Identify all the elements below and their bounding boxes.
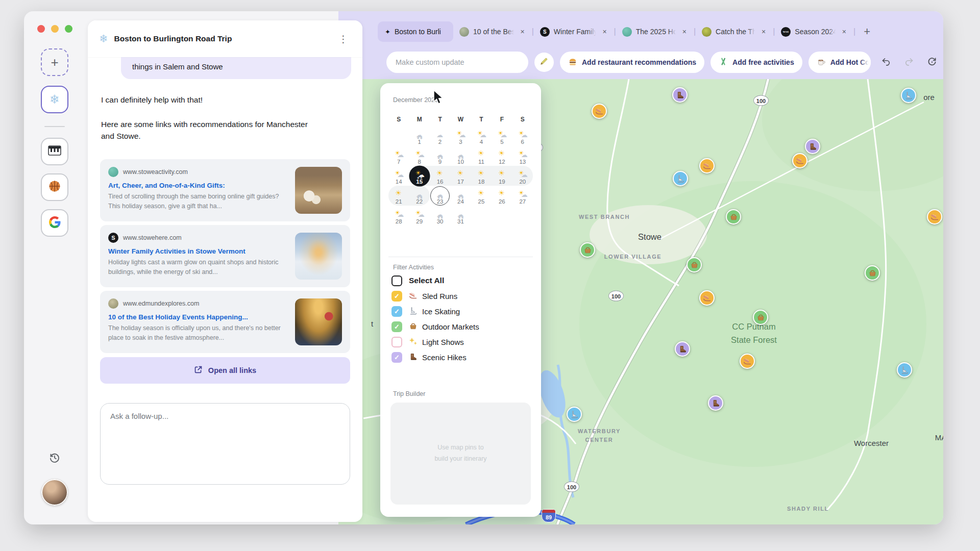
close-tab-icon[interactable]: ×	[601, 28, 607, 36]
calendar-day[interactable]: ☀19	[492, 166, 512, 186]
checkbox-unchecked[interactable]	[391, 337, 402, 347]
filter-row-light-shows[interactable]: Light Shows	[391, 336, 533, 347]
calendar-day[interactable]: ☀☁20	[512, 166, 533, 186]
zoom-window-button[interactable]	[65, 25, 72, 33]
sidebar-item-snowflake-project[interactable]: ❄	[41, 86, 68, 113]
close-tab-icon[interactable]: ×	[681, 28, 688, 36]
close-tab-icon[interactable]: ×	[761, 28, 767, 36]
filter-row-sled-runs[interactable]: ✓Sled Runs	[391, 290, 533, 302]
refresh-button[interactable]	[927, 56, 937, 68]
link-card[interactable]: Swww.stowehere.comWinter Family Activiti…	[100, 225, 350, 287]
map-pin-market[interactable]	[865, 265, 880, 281]
calendar-day[interactable]: ☀26	[492, 186, 512, 206]
map-pin-sled[interactable]	[699, 290, 715, 306]
new-project-button[interactable]: +	[41, 48, 68, 76]
sidebar-item-basketball-project[interactable]	[41, 173, 68, 201]
map-pin-sled[interactable]	[699, 158, 715, 173]
new-tab-button[interactable]: +	[862, 25, 872, 38]
map-pin-market[interactable]	[726, 209, 741, 224]
undo-button[interactable]	[881, 56, 891, 68]
map-pin-market[interactable]	[687, 257, 702, 272]
calendar-day[interactable]: ☀17	[450, 166, 471, 186]
toolbar-action-button[interactable]: Add restaurant recommendations	[560, 52, 704, 73]
calendar-day[interactable]: ☀☁7	[388, 146, 409, 166]
calendar-day[interactable]: ☀☁8	[409, 146, 429, 166]
calendar-day[interactable]: ☀☁5	[492, 126, 512, 146]
filter-row-select-all[interactable]: Select All	[391, 275, 533, 286]
calendar-day[interactable]: ☀☁4	[471, 126, 492, 146]
tab-active[interactable]: ✦Boston to Burli	[378, 21, 453, 42]
calendar-day[interactable]: ☁❄❄9	[430, 146, 450, 166]
calendar-day[interactable]: ☁❄❄23	[430, 186, 450, 206]
map-pin-market[interactable]	[753, 310, 768, 325]
open-all-links-button[interactable]: Open all links	[100, 357, 350, 384]
toolbar-action-button[interactable]: Add free activities	[710, 52, 802, 73]
calendar-day[interactable]: ☀☁29	[409, 206, 429, 226]
card-title-link[interactable]: Art, Cheer, and One-of-a-Kind Gifts:	[108, 182, 288, 189]
filter-row-outdoor-markets[interactable]: ✓Outdoor Markets	[391, 321, 533, 332]
calendar-day[interactable]: ☀11	[471, 146, 492, 166]
map-pin-hike[interactable]	[805, 139, 820, 154]
calendar-day[interactable]: ☁2	[430, 126, 450, 146]
link-card[interactable]: www.stoweactivity.comArt, Cheer, and One…	[100, 159, 350, 221]
card-title-link[interactable]: Winter Family Activities in Stowe Vermon…	[108, 247, 288, 255]
filter-row-scenic-hikes[interactable]: ✓Scenic Hikes	[391, 352, 533, 363]
filter-row-ice-skating[interactable]: ✓Ice Skating	[391, 306, 533, 317]
history-button[interactable]	[48, 452, 61, 464]
calendar-day[interactable]: ☁❄❄1	[409, 126, 429, 146]
calendar-day[interactable]: ☀18	[471, 166, 492, 186]
calendar-day[interactable]: ☁❄❄22	[409, 186, 429, 206]
tab[interactable]: 10 of the Bes×	[459, 27, 526, 37]
calendar-day[interactable]: ☀☁13	[512, 146, 533, 166]
map-pin-sled[interactable]	[927, 209, 942, 224]
calendar-day[interactable]: ☀☁27	[512, 186, 533, 206]
map-pin-skate[interactable]	[673, 171, 688, 186]
tab[interactable]: Catch the Th×	[702, 27, 767, 37]
calendar-day[interactable]: ☁❄❄31	[450, 206, 471, 226]
calendar-day[interactable]: ☀12	[492, 146, 512, 166]
link-card[interactable]: www.edmundexplores.com10 of the Best Hol…	[100, 291, 350, 353]
map-pin-skate[interactable]	[897, 362, 912, 378]
sidebar-item-google-project[interactable]	[41, 209, 68, 237]
calendar-day[interactable]: ☀☁28	[388, 206, 409, 226]
calendar-day[interactable]: ☀☁3	[450, 126, 471, 146]
map-pin-market[interactable]	[580, 242, 595, 258]
edit-button[interactable]	[534, 53, 554, 72]
calendar-day[interactable]: ☀21	[388, 186, 409, 206]
close-tab-icon[interactable]: ×	[841, 28, 847, 36]
checkbox-checked[interactable]: ✓	[391, 306, 402, 317]
calendar-day[interactable]: ☀☁14	[388, 166, 409, 186]
calendar-day[interactable]: ☀16	[430, 166, 450, 186]
calendar-day[interactable]: ☁❄❄10	[450, 146, 471, 166]
map-pin-hike[interactable]	[708, 395, 723, 411]
checkbox-checked[interactable]: ✓	[391, 352, 402, 363]
followup-input[interactable]: Ask a follow-up...	[100, 403, 350, 485]
map-pin-skate[interactable]	[567, 407, 582, 422]
custom-update-input[interactable]: Make custom update	[386, 52, 528, 73]
sidebar-item-piano-project[interactable]	[41, 138, 68, 165]
checkbox-checked[interactable]: ✓	[391, 291, 402, 302]
calendar-day[interactable]: ☀☁6	[512, 126, 533, 146]
checkbox-unchecked[interactable]	[391, 276, 402, 286]
calendar-day[interactable]: ☀25	[471, 186, 492, 206]
kebab-menu-icon[interactable]: ⋮	[335, 32, 351, 46]
map-pin-sled[interactable]	[592, 104, 607, 119]
map-pin-hike[interactable]	[675, 341, 690, 357]
tab[interactable]: SWinter Family×	[540, 27, 608, 37]
map-pin-skate[interactable]	[901, 88, 916, 103]
close-window-button[interactable]	[37, 25, 45, 33]
close-tab-icon[interactable]: ×	[520, 28, 526, 36]
tab[interactable]: The 2025 Ho×	[622, 27, 688, 37]
map-pin-sled[interactable]	[792, 153, 807, 168]
minimize-window-button[interactable]	[51, 25, 59, 33]
card-title-link[interactable]: 10 of the Best Holiday Events Happening.…	[108, 313, 288, 321]
map-pin-hike[interactable]	[672, 87, 688, 103]
checkbox-checked[interactable]: ✓	[391, 321, 402, 332]
user-avatar[interactable]	[41, 479, 68, 506]
toolbar-action-button[interactable]: Add Hot Co	[808, 52, 871, 73]
calendar-day[interactable]: ☁❄❄24	[450, 186, 471, 206]
map-pin-sled[interactable]	[740, 354, 755, 369]
calendar-day[interactable]: ☁❄❄30	[430, 206, 450, 226]
calendar-day[interactable]: ☀☁❄❄15	[409, 166, 429, 186]
redo-button[interactable]	[904, 56, 914, 68]
